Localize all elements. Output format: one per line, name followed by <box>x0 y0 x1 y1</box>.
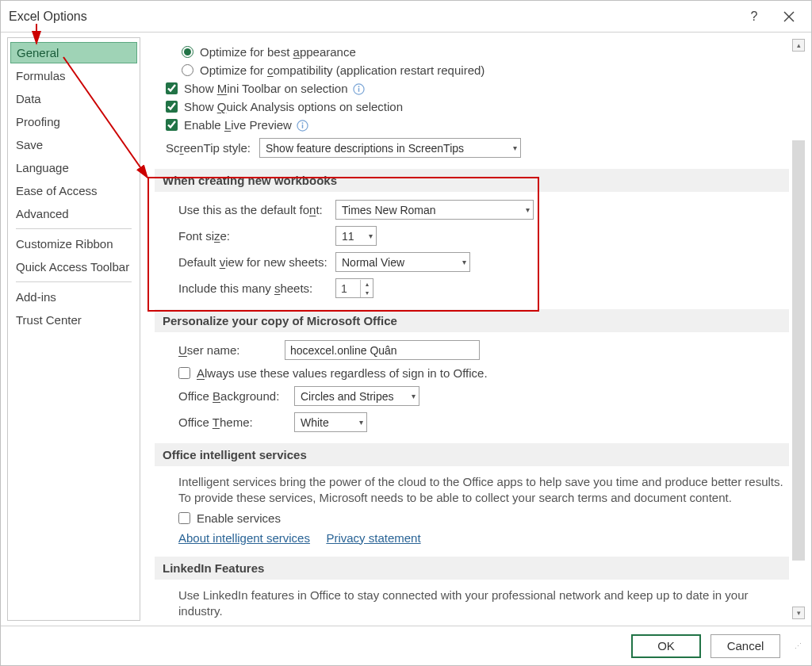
spinner-down-icon[interactable]: ▾ <box>361 289 373 297</box>
dropdown-office-theme[interactable]: White▾ <box>294 412 367 432</box>
linkedin-desc: Use LinkedIn features in Office to stay … <box>178 588 789 620</box>
chevron-down-icon: ▾ <box>508 144 517 152</box>
check-quick-analysis-input[interactable] <box>166 101 178 113</box>
chevron-down-icon: ▾ <box>364 232 373 240</box>
titlebar: Excel Options ? <box>1 1 811 33</box>
nav-separator <box>16 281 132 282</box>
cancel-button[interactable]: Cancel <box>710 634 780 658</box>
field-font-size: Font size: 11▾ <box>178 226 789 246</box>
nav-ribbon[interactable]: Customize Ribbon <box>8 232 140 255</box>
check-enable-services[interactable]: Enable services <box>167 511 789 525</box>
field-sheet-count: Include this many sheets: 1 ▴▾ <box>178 278 789 298</box>
svg-rect-7 <box>302 124 304 128</box>
spinner-up-icon[interactable]: ▴ <box>361 280 373 289</box>
nav-addins[interactable]: Add-ins <box>8 285 140 308</box>
help-icon[interactable]: ? <box>737 3 772 30</box>
input-user-name[interactable] <box>285 340 480 360</box>
footer: OK Cancel ⋰ <box>1 626 811 665</box>
spinner-sheet-count[interactable]: 1 ▴▾ <box>335 278 373 298</box>
nav-ease[interactable]: Ease of Access <box>8 179 140 202</box>
link-about-intelligent[interactable]: About intelligent services <box>178 531 310 545</box>
radio-optimize-best-input[interactable] <box>182 46 193 58</box>
info-icon[interactable] <box>353 82 365 95</box>
dropdown-screentip[interactable]: Show feature descriptions in ScreenTips▾ <box>259 138 521 158</box>
content-pane: Optimize for best appearance Optimize fo… <box>145 37 806 621</box>
dropdown-default-font[interactable]: Times New Roman▾ <box>335 200 534 220</box>
radio-optimize-compat[interactable]: Optimize for compatibility (application … <box>155 63 789 77</box>
svg-point-3 <box>358 86 359 87</box>
field-default-font: Use this as the default font: Times New … <box>178 200 789 220</box>
nav-general[interactable]: General <box>10 42 137 63</box>
check-mini-toolbar[interactable]: Show Mini Toolbar on selection <box>155 82 789 95</box>
section-new-workbooks: When creating new workbooks <box>155 169 789 192</box>
nav-qat[interactable]: Quick Access Toolbar <box>8 255 140 278</box>
field-user-name: User name: <box>178 340 789 360</box>
scroll-up-icon[interactable]: ▴ <box>792 39 805 52</box>
chevron-down-icon: ▾ <box>458 258 466 266</box>
section-linkedin: LinkedIn Features <box>155 557 789 580</box>
sidebar: General Formulas Data Proofing Save Lang… <box>7 37 140 621</box>
field-screentip: ScreenTip style: Show feature descriptio… <box>166 138 789 158</box>
close-icon[interactable] <box>772 3 806 30</box>
field-office-theme: Office Theme: White▾ <box>178 412 789 432</box>
scroll-down-icon[interactable]: ▾ <box>792 607 805 619</box>
check-live-preview[interactable]: Enable Live Preview <box>155 118 789 132</box>
scrollbar-thumb[interactable] <box>792 140 805 561</box>
check-live-preview-input[interactable] <box>166 119 178 131</box>
dropdown-office-background[interactable]: Circles and Stripes▾ <box>294 386 419 406</box>
nav-language[interactable]: Language <box>8 156 140 179</box>
svg-rect-4 <box>358 88 359 92</box>
nav-trust[interactable]: Trust Center <box>8 308 140 331</box>
check-always-use[interactable]: Always use these values regardless of si… <box>167 366 789 380</box>
nav-formulas[interactable]: Formulas <box>8 64 140 87</box>
intelligent-desc: Intelligent services bring the power of … <box>178 474 789 507</box>
check-quick-analysis[interactable]: Show Quick Analysis options on selection <box>155 100 789 113</box>
dropdown-default-view[interactable]: Normal View▾ <box>335 252 470 272</box>
check-mini-toolbar-input[interactable] <box>166 82 178 94</box>
link-privacy[interactable]: Privacy statement <box>326 531 420 545</box>
info-icon[interactable] <box>297 118 308 132</box>
nav-separator <box>16 228 132 229</box>
window-title: Excel Options <box>9 10 737 24</box>
nav-advanced[interactable]: Advanced <box>8 202 140 225</box>
ok-button[interactable]: OK <box>631 634 701 658</box>
check-enable-services-input[interactable] <box>178 512 190 524</box>
radio-optimize-best[interactable]: Optimize for best appearance <box>155 45 789 59</box>
nav-proofing[interactable]: Proofing <box>8 110 140 133</box>
nav-save[interactable]: Save <box>8 133 140 156</box>
check-always-use-input[interactable] <box>178 367 190 379</box>
chevron-down-icon: ▾ <box>354 418 363 427</box>
field-default-view: Default view for new sheets: Normal View… <box>178 252 789 272</box>
chevron-down-icon: ▾ <box>407 392 416 400</box>
resize-grip-icon[interactable]: ⋰ <box>795 642 802 650</box>
chevron-down-icon: ▾ <box>521 205 530 214</box>
dropdown-font-size[interactable]: 11▾ <box>335 226 377 246</box>
section-personalize: Personalize your copy of Microsoft Offic… <box>155 309 789 332</box>
section-intelligent: Office intelligent services <box>155 443 789 466</box>
field-office-background: Office Background: Circles and Stripes▾ <box>178 386 789 406</box>
svg-point-6 <box>301 122 303 124</box>
radio-optimize-compat-input[interactable] <box>182 64 193 76</box>
nav-data[interactable]: Data <box>8 87 140 110</box>
